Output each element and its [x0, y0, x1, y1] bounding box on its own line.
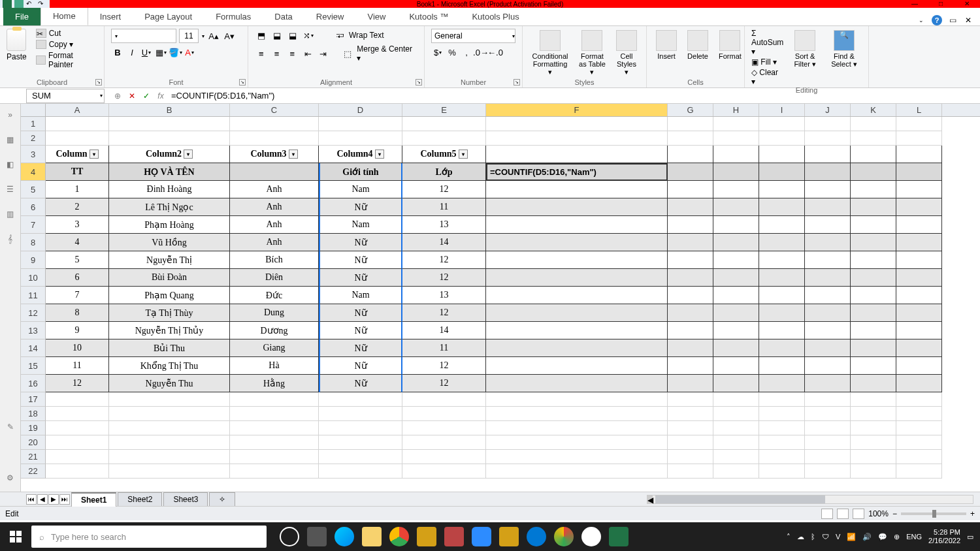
- sheet-tab-3[interactable]: Sheet3: [163, 492, 208, 506]
- cell-B8[interactable]: Vũ Hồng: [109, 234, 230, 251]
- tray-wifi-icon[interactable]: 📶: [847, 533, 856, 541]
- autosum-button[interactable]: Σ AutoSum ▾: [751, 29, 783, 56]
- increase-indent-icon[interactable]: ⇥: [317, 47, 330, 60]
- cell-B11[interactable]: Phạm Quang: [109, 287, 230, 304]
- find-select-button[interactable]: 🔍Find & Select ▾: [826, 29, 862, 86]
- cell-D4[interactable]: Giới tính: [319, 163, 402, 181]
- wrap-text-icon[interactable]: ⮒: [333, 29, 346, 42]
- cell-C17[interactable]: [230, 392, 319, 407]
- cell-B7[interactable]: Phạm Hoàng: [109, 216, 230, 234]
- cell-L8[interactable]: [896, 234, 942, 251]
- sheet-tab-2[interactable]: Sheet2: [118, 492, 162, 506]
- cell-I22[interactable]: [759, 464, 805, 479]
- start-button[interactable]: [0, 522, 31, 551]
- excel-taskbar-icon[interactable]: [609, 527, 629, 546]
- cell-J10[interactable]: [805, 269, 851, 287]
- cell-H18[interactable]: [713, 407, 759, 421]
- app-icon-5[interactable]: [554, 527, 574, 546]
- conditional-formatting-button[interactable]: Conditional Formatting ▾: [529, 29, 571, 78]
- copy-button[interactable]: Copy ▾: [36, 40, 97, 49]
- format-cells-button[interactable]: Format: [716, 29, 744, 78]
- cell-K21[interactable]: [851, 450, 896, 464]
- cell-B16[interactable]: Nguyễn Thu: [109, 375, 230, 392]
- cell-J22[interactable]: [805, 464, 851, 479]
- cell-C5[interactable]: Anh: [230, 181, 319, 198]
- underline-button[interactable]: U▾: [140, 46, 153, 59]
- cell-A19[interactable]: [46, 421, 109, 435]
- cell-D12[interactable]: Nữ: [319, 304, 402, 322]
- taskbar-search[interactable]: ⌕ Type here to search: [31, 526, 267, 548]
- cell-L13[interactable]: [896, 322, 942, 339]
- cell-L21[interactable]: [896, 450, 942, 464]
- number-launcher[interactable]: ↘: [514, 79, 520, 86]
- cell-K3[interactable]: [851, 146, 896, 163]
- cell-D9[interactable]: Nữ: [319, 251, 402, 269]
- panel-settings-icon[interactable]: ⚙: [5, 473, 16, 485]
- zoom-out-icon[interactable]: −: [892, 509, 897, 518]
- cell-E20[interactable]: [402, 435, 486, 450]
- cell-I21[interactable]: [759, 450, 805, 464]
- sheet-nav-first[interactable]: ⏮: [26, 494, 37, 505]
- cell-I1[interactable]: [759, 117, 805, 131]
- cell-B12[interactable]: Tạ Thị Thùy: [109, 304, 230, 322]
- cell-H17[interactable]: [713, 392, 759, 407]
- cell-C9[interactable]: Bích: [230, 251, 319, 269]
- cell-D11[interactable]: Nam: [319, 287, 402, 304]
- cell-I18[interactable]: [759, 407, 805, 421]
- cell-E21[interactable]: [402, 450, 486, 464]
- cell-A9[interactable]: 5: [46, 251, 109, 269]
- cell-G7[interactable]: [668, 216, 713, 234]
- cell-L4[interactable]: [896, 163, 942, 181]
- cell-L16[interactable]: [896, 375, 942, 392]
- file-tab[interactable]: File: [3, 8, 41, 25]
- cell-L12[interactable]: [896, 304, 942, 322]
- comma-icon[interactable]: ,: [460, 46, 473, 59]
- cell-B6[interactable]: Lê Thị Ngọc: [109, 198, 230, 216]
- italic-button[interactable]: I: [125, 46, 139, 59]
- row-header-8[interactable]: 8: [21, 234, 46, 251]
- sort-filter-button[interactable]: Sort & Filter ▾: [789, 29, 821, 86]
- cell-D20[interactable]: [319, 435, 402, 450]
- cell-G2[interactable]: [668, 131, 713, 146]
- page-layout-view-icon[interactable]: [837, 509, 849, 519]
- zoom-app-icon[interactable]: [472, 527, 491, 546]
- cell-A18[interactable]: [46, 407, 109, 421]
- home-tab[interactable]: Home: [41, 7, 88, 25]
- cell-F18[interactable]: [486, 407, 668, 421]
- cell-J4[interactable]: [805, 163, 851, 181]
- cell-G11[interactable]: [668, 287, 713, 304]
- new-sheet-button[interactable]: ✧: [209, 492, 235, 506]
- cell-H14[interactable]: [713, 339, 759, 357]
- tray-icon-5[interactable]: ⊕: [894, 533, 900, 541]
- cell-A14[interactable]: 10: [46, 339, 109, 357]
- clear-button[interactable]: ◇ Clear ▾: [751, 68, 783, 86]
- col-header-H[interactable]: H: [713, 104, 759, 116]
- cell-H4[interactable]: [713, 163, 759, 181]
- cell-C6[interactable]: Anh: [230, 198, 319, 216]
- row-header-19[interactable]: 19: [21, 421, 46, 435]
- cell-L1[interactable]: [896, 117, 942, 131]
- cell-G13[interactable]: [668, 322, 713, 339]
- tray-bluetooth-icon[interactable]: ᛒ: [811, 533, 815, 541]
- cell-C19[interactable]: [230, 421, 319, 435]
- view-tab[interactable]: View: [355, 8, 397, 25]
- cell-H1[interactable]: [713, 117, 759, 131]
- cell-A8[interactable]: 4: [46, 234, 109, 251]
- cell-C3[interactable]: Column3▾: [230, 146, 319, 163]
- col-header-E[interactable]: E: [402, 104, 486, 116]
- row-header-4[interactable]: 4: [21, 163, 46, 181]
- cell-D16[interactable]: Nữ: [319, 375, 402, 392]
- cell-H3[interactable]: [713, 146, 759, 163]
- cell-H2[interactable]: [713, 131, 759, 146]
- cell-D17[interactable]: [319, 392, 402, 407]
- cell-B4[interactable]: HỌ VÀ TÊN: [109, 163, 230, 181]
- app-icon-1[interactable]: [417, 527, 436, 546]
- cell-D1[interactable]: [319, 117, 402, 131]
- cell-H22[interactable]: [713, 464, 759, 479]
- cell-H12[interactable]: [713, 304, 759, 322]
- edge-icon[interactable]: [335, 527, 354, 546]
- cell-D6[interactable]: Nữ: [319, 198, 402, 216]
- cell-B9[interactable]: Nguyễn Thị: [109, 251, 230, 269]
- tray-icon-4[interactable]: 💬: [878, 533, 887, 541]
- cell-K10[interactable]: [851, 269, 896, 287]
